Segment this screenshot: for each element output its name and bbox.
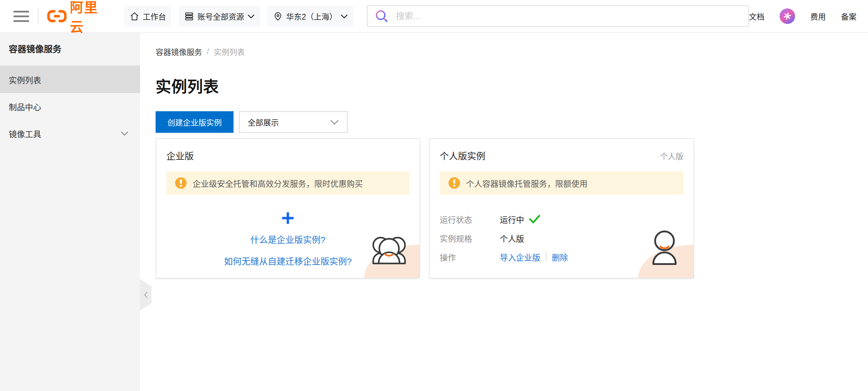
create-enterprise-instance-button[interactable]: 创建企业版实例 — [156, 111, 234, 133]
enterprise-card: 企业版 企业级安全托管和高效分发服务，限时优惠购买 什么是企业版实例? 如何无缝… — [156, 138, 420, 278]
home-icon — [130, 11, 139, 21]
ai-assistant-avatar[interactable] — [780, 8, 795, 24]
personal-card-header: 个人版实例 个人版 — [440, 149, 683, 162]
display-filter-dropdown[interactable]: 全部展示 — [239, 111, 348, 133]
location-pin-icon — [273, 11, 283, 21]
field-label: 实例规格 — [440, 232, 500, 244]
personal-notice-banner: 个人容器镜像托管服务，限额使用 — [440, 171, 683, 195]
personal-card-title: 个人版实例 — [440, 149, 485, 162]
workbench-button[interactable]: 工作台 — [124, 6, 171, 27]
plus-icon — [281, 211, 295, 225]
header-right-nav: 文档 费用 备案 — [749, 8, 857, 24]
page-title: 实例列表 — [156, 74, 868, 96]
chevron-down-icon — [330, 120, 339, 125]
breadcrumb-item-service[interactable]: 容器镜像服务 — [156, 46, 202, 57]
enterprise-empty-state: 什么是企业版实例? 如何无缝从自建迁移企业版实例? — [156, 211, 419, 267]
menu-icon — [13, 20, 29, 22]
menu-toggle-button[interactable] — [13, 11, 29, 22]
what-is-enterprise-link[interactable]: 什么是企业版实例? — [156, 233, 419, 245]
instance-cards: 企业版 企业级安全托管和高效分发服务，限时优惠购买 什么是企业版实例? 如何无缝… — [156, 138, 868, 278]
field-label: 操作 — [440, 251, 500, 263]
menu-icon — [13, 16, 29, 17]
resources-stack-icon — [184, 11, 194, 21]
spec-value: 个人版 — [500, 232, 524, 244]
aliyun-logo-icon — [47, 10, 66, 23]
personal-notice-text: 个人容器镜像托管服务，限额使用 — [466, 177, 588, 189]
aliyun-logo-text: 阿里云 — [70, 0, 112, 36]
account-resources-dropdown[interactable]: 账号全部资源 — [179, 6, 260, 27]
sidebar-nav: 实例列表 制品中心 镜像工具 — [0, 66, 140, 147]
display-filter-value: 全部展示 — [248, 116, 279, 128]
region-label: 华东2（上海） — [286, 10, 337, 22]
action-separator — [546, 252, 546, 262]
enterprise-card-header: 企业版 — [166, 149, 409, 162]
breadcrumb-item-current: 实例列表 — [214, 46, 245, 57]
enterprise-card-title: 企业版 — [166, 149, 194, 162]
search-input[interactable] — [395, 11, 745, 22]
chevron-left-icon — [143, 291, 148, 299]
add-enterprise-instance-button[interactable] — [281, 211, 295, 226]
billing-link[interactable]: 费用 — [810, 10, 826, 22]
sidebar-item-label: 实例列表 — [9, 74, 41, 86]
top-header: 阿里云 工作台 账号全部资源 华东2（上海） — [0, 0, 868, 33]
toolbar: 创建企业版实例 全部展示 — [156, 111, 868, 133]
warning-icon — [449, 177, 460, 189]
main-content: 容器镜像服务 / 实例列表 实例列表 创建企业版实例 全部展示 企业版 企业级安… — [140, 33, 868, 391]
warning-icon — [175, 177, 187, 189]
breadcrumb: 容器镜像服务 / 实例列表 — [156, 46, 868, 57]
menu-icon — [13, 11, 29, 12]
sidebar-item-instance-list[interactable]: 实例列表 — [0, 66, 140, 93]
chevron-down-icon — [120, 131, 129, 136]
icp-link[interactable]: 备案 — [841, 10, 857, 22]
star-icon — [783, 12, 792, 21]
workbench-label: 工作台 — [143, 10, 166, 22]
aliyun-logo[interactable]: 阿里云 — [47, 0, 112, 36]
header-divider — [38, 8, 38, 24]
sidebar-item-label: 镜像工具 — [9, 128, 41, 140]
check-icon — [529, 215, 540, 223]
personal-instance-fields: 运行状态 运行中 实例规格 个人版 操作 导入企业版 删 — [440, 210, 694, 266]
status-value: 运行中 — [500, 213, 540, 225]
breadcrumb-separator: / — [207, 47, 209, 56]
sidebar-item-image-tools[interactable]: 镜像工具 — [0, 120, 140, 147]
aliyun-console-page: 阿里云 工作台 账号全部资源 华东2（上海） — [0, 0, 868, 391]
global-search — [367, 5, 749, 27]
chevron-down-icon — [341, 14, 348, 19]
enterprise-notice-text: 企业级安全托管和高效分发服务，限时优惠购买 — [193, 177, 363, 189]
field-row-spec: 实例规格 个人版 — [440, 229, 694, 247]
account-resources-label: 账号全部资源 — [197, 10, 244, 22]
sidebar-item-artifact-center[interactable]: 制品中心 — [0, 93, 140, 120]
personal-edition-tag: 个人版 — [660, 150, 683, 161]
sidebar-item-label: 制品中心 — [9, 101, 41, 113]
migrate-enterprise-link[interactable]: 如何无缝从自建迁移企业版实例? — [156, 254, 419, 267]
chevron-down-icon — [247, 14, 255, 19]
import-to-enterprise-link[interactable]: 导入企业版 — [500, 251, 540, 263]
sidebar-title: 容器镜像服务 — [0, 33, 140, 66]
field-row-status: 运行状态 运行中 — [440, 210, 694, 229]
region-selector[interactable]: 华东2（上海） — [268, 6, 353, 27]
sidebar: 容器镜像服务 实例列表 制品中心 镜像工具 — [0, 33, 140, 391]
delete-link[interactable]: 删除 — [552, 251, 568, 263]
search-icon — [374, 9, 389, 24]
field-label: 运行状态 — [440, 213, 500, 225]
status-text: 运行中 — [500, 213, 524, 225]
field-row-actions: 操作 导入企业版 删除 — [440, 247, 694, 266]
enterprise-notice-banner: 企业级安全托管和高效分发服务，限时优惠购买 — [166, 171, 409, 195]
docs-link[interactable]: 文档 — [749, 10, 764, 22]
personal-card: 个人版实例 个人版 个人容器镜像托管服务，限额使用 运行状态 运行中 — [429, 138, 694, 278]
